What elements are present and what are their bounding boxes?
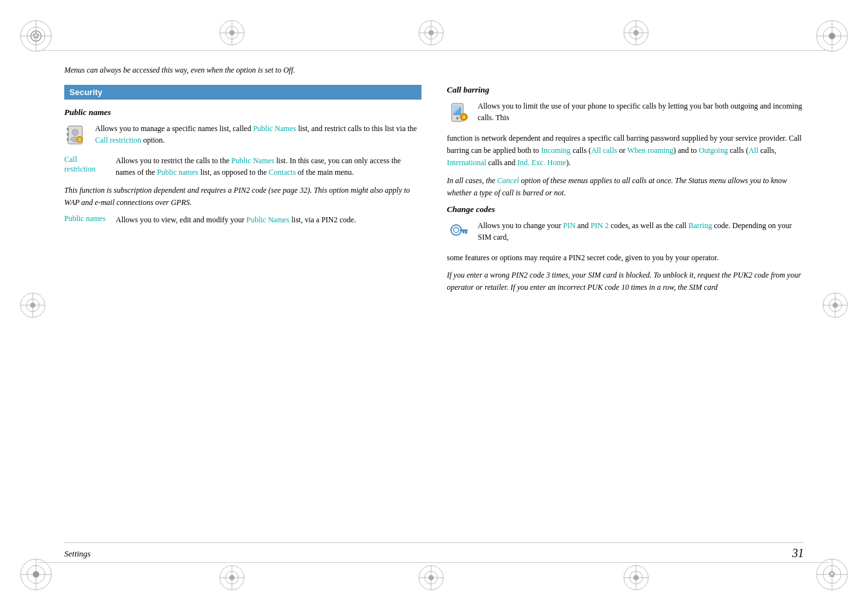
public-names-sub-text: Allows you to view, edit and modify your… [116, 214, 421, 226]
public-names-link3: Public names [157, 168, 198, 177]
svg-point-78 [451, 225, 461, 235]
change-codes-para: some features or options may require a P… [447, 252, 804, 264]
public-names-block: Allows you to manage a specific names li… [64, 123, 421, 147]
call-barring-description: Allows you to limit the use of your phon… [478, 100, 804, 125]
bottom-rule [39, 562, 829, 563]
svg-point-65 [72, 129, 78, 136]
public-names-link4: Public Names [247, 215, 290, 224]
svg-point-60 [633, 30, 639, 35]
contacts-link: Contacts [269, 168, 296, 177]
two-column-layout: Security Public names [64, 85, 804, 549]
call-barring-para1: function is network dependent and requir… [447, 132, 804, 170]
change-codes-icon [447, 220, 472, 244]
change-codes-description: Allows you to change your PIN and PIN 2 … [478, 220, 804, 244]
call-restriction-note: This function is subscription dependent … [64, 184, 421, 209]
svg-rect-62 [67, 128, 69, 130]
all-link: All [748, 146, 758, 155]
svg-rect-75 [459, 107, 461, 115]
public-names-title: Public names [64, 107, 421, 118]
call-barring-note: In all cases, the Cancel option of these… [447, 175, 804, 199]
international-link: International [447, 158, 486, 167]
call-barring-block: Allows you to limit the use of your phon… [447, 100, 804, 125]
svg-rect-74 [457, 109, 459, 115]
page-footer: Settings 31 [64, 542, 804, 560]
svg-rect-81 [465, 231, 467, 234]
pin2-link: PIN 2 [590, 221, 608, 230]
top-rule [39, 50, 829, 51]
change-codes-block: Allows you to change your PIN and PIN 2 … [447, 220, 804, 244]
call-restriction-text: Allows you to restrict the calls to the … [116, 155, 421, 178]
top-crosshair-center [418, 19, 445, 49]
call-barring-icon [447, 100, 472, 125]
svg-point-79 [454, 227, 459, 233]
pin-link: PIN [563, 221, 575, 230]
bottom-crosshair-center [418, 564, 445, 594]
bottom-crosshair-left [218, 564, 245, 594]
svg-text:✿: ✿ [32, 31, 40, 40]
top-crosshair-left [218, 19, 245, 49]
footer-section-label: Settings [64, 549, 91, 559]
left-column: Security Public names [64, 85, 421, 549]
main-content: Menus can always be accessed this way, e… [64, 64, 804, 549]
call-restriction-label: Call restriction [64, 155, 109, 178]
incoming-link: Incoming [541, 146, 571, 155]
svg-rect-82 [463, 231, 465, 233]
all-calls-link: All calls [591, 146, 617, 155]
call-restriction-link: Call restriction [95, 136, 141, 145]
public-names-link2: Public Names [231, 156, 274, 165]
mid-right-decoration [822, 292, 849, 321]
intro-text: Menus can always be accessed this way, e… [64, 64, 804, 76]
svg-point-25 [30, 303, 35, 308]
top-crosshair-right [623, 19, 650, 49]
svg-rect-80 [460, 229, 468, 231]
corner-decoration-br: ✿ [815, 558, 849, 594]
right-column: Call barring [447, 85, 804, 549]
public-names-sub-label: Public names [64, 214, 109, 226]
public-names-link1: Public Names [253, 124, 296, 133]
change-codes-title: Change codes [447, 204, 804, 215]
svg-point-30 [833, 303, 838, 308]
barring-link: Barring [688, 221, 712, 230]
ind-exc-home-link: Ind. Exc. Home [517, 158, 566, 167]
mid-left-decoration [19, 292, 46, 321]
bottom-crosshair-right [623, 564, 650, 594]
security-section-header: Security [64, 85, 421, 100]
svg-rect-68 [78, 139, 82, 141]
outgoing-link: Outgoing [699, 146, 728, 155]
call-barring-title: Call barring [447, 85, 804, 95]
cancel-link: Cancel [497, 176, 519, 185]
svg-point-71 [456, 117, 459, 120]
svg-rect-77 [462, 116, 465, 119]
svg-point-15 [33, 571, 39, 578]
svg-point-55 [429, 30, 434, 35]
svg-point-40 [429, 575, 434, 580]
svg-point-45 [633, 575, 639, 580]
svg-rect-63 [67, 133, 69, 136]
svg-rect-64 [67, 138, 69, 141]
svg-point-10 [829, 33, 835, 39]
page-number: 31 [792, 547, 804, 560]
svg-text:✿: ✿ [828, 569, 836, 579]
svg-rect-72 [454, 113, 455, 115]
when-roaming-link: When roaming [627, 146, 673, 155]
call-restriction-item: Call restriction Allows you to restrict … [64, 155, 421, 178]
public-names-description: Allows you to manage a specific names li… [95, 123, 421, 147]
corner-decoration-bl [19, 558, 53, 594]
svg-point-50 [229, 30, 235, 35]
public-names-icon [64, 123, 89, 147]
change-codes-note: If you enter a wrong PIN2 code 3 times, … [447, 269, 804, 294]
svg-point-35 [229, 575, 235, 580]
svg-rect-73 [456, 111, 457, 115]
public-names-item: Public names Allows you to view, edit an… [64, 214, 421, 226]
